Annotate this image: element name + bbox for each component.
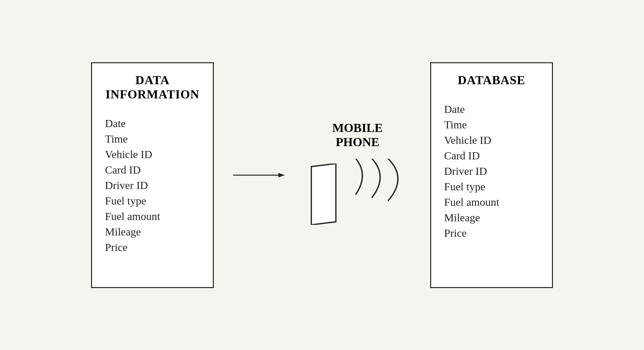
list-item-card-id: Card ID	[105, 164, 200, 176]
svg-marker-2	[311, 164, 336, 225]
db-list-item-time: Time	[444, 119, 539, 131]
diagram-container: DATA INFORMATION Date Time Vehicle ID Ca…	[31, 30, 613, 320]
mobile-phone-section: MOBILE PHONE	[304, 121, 411, 230]
database-list: Date Time Vehicle ID Card ID Driver ID F…	[444, 103, 539, 239]
db-list-item-fuel-amount: Fuel amount	[444, 196, 539, 208]
database-box: DATABASE Date Time Vehicle ID Card ID Dr…	[430, 62, 553, 288]
list-item-price: Price	[105, 241, 200, 254]
list-item-fuel-amount: Fuel amount	[105, 210, 200, 223]
db-list-item-driver-id: Driver ID	[444, 165, 539, 177]
database-title: DATABASE	[444, 73, 539, 87]
wireless-waves-icon	[346, 159, 411, 230]
svg-marker-1	[278, 173, 285, 177]
list-item-fuel-type: Fuel type	[105, 195, 200, 207]
list-item-time: Time	[105, 133, 200, 145]
phone-and-waves-group	[304, 159, 411, 230]
arrow-left-to-phone	[233, 170, 285, 180]
list-item-date: Date	[105, 117, 200, 130]
mobile-phone-label: MOBILE PHONE	[332, 121, 383, 149]
db-list-item-fuel-type: Fuel type	[444, 181, 539, 193]
db-list-item-date: Date	[444, 103, 539, 115]
data-information-title: DATA INFORMATION	[105, 73, 200, 101]
db-list-item-card-id: Card ID	[444, 150, 539, 162]
list-item-mileage: Mileage	[105, 226, 200, 238]
data-information-list: Date Time Vehicle ID Card ID Driver ID F…	[105, 117, 200, 254]
phone-icon	[304, 164, 343, 225]
list-item-driver-id: Driver ID	[105, 179, 200, 192]
data-information-box: DATA INFORMATION Date Time Vehicle ID Ca…	[91, 62, 214, 288]
db-list-item-mileage: Mileage	[444, 212, 539, 224]
db-list-item-price: Price	[444, 227, 539, 239]
db-list-item-vehicle-id: Vehicle ID	[444, 134, 539, 146]
list-item-vehicle-id: Vehicle ID	[105, 148, 200, 161]
